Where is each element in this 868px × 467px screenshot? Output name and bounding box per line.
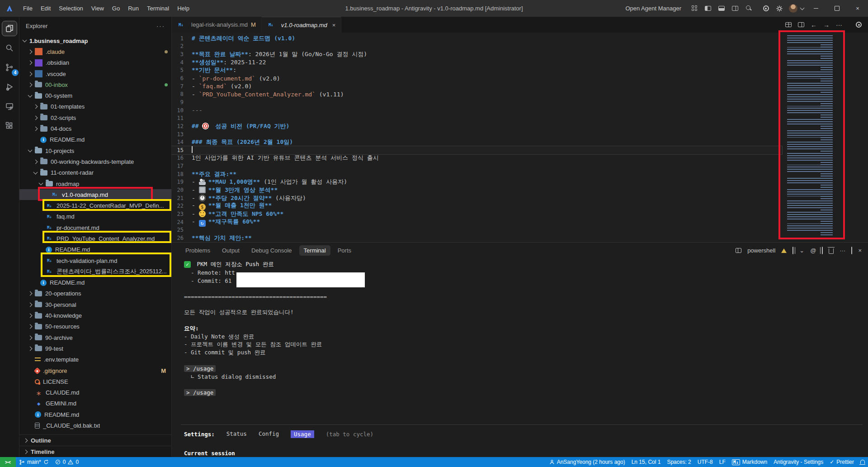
tree-item-50-resources[interactable]: 50-resources <box>19 321 171 332</box>
at-icon[interactable]: @ <box>810 247 816 254</box>
remote-explorer-icon[interactable] <box>2 99 17 114</box>
terminal-columns-icon[interactable] <box>822 247 823 254</box>
git-blame-author[interactable]: AnSangYeong (2 hours ago) <box>546 457 628 467</box>
panel-more-actions-icon[interactable]: ··· <box>840 247 845 254</box>
agent-grid-icon[interactable] <box>688 3 701 14</box>
editor-line-20[interactable]: 20- **월 3만개 영상 분석** <box>172 186 782 194</box>
toggle-primary-sidebar-icon[interactable] <box>701 3 715 14</box>
editor-line-17[interactable]: 17 <box>172 162 782 170</box>
tab-close-icon[interactable]: × <box>332 22 336 29</box>
editor-line-8[interactable]: 8- `PRD_YouTube_Content_Analyzer.md` (v1… <box>172 90 782 98</box>
menu-go[interactable]: Go <box>108 3 124 14</box>
panel-tab-problems[interactable]: Problems <box>181 245 215 256</box>
editor-line-4[interactable]: 4**생성일**: 2025-11-22 <box>172 58 782 67</box>
editor-tab-legal-risk-analysis-md[interactable]: M↓legal-risk-analysis.mdM <box>172 17 262 33</box>
editor-line-15[interactable]: 15 <box>172 146 782 154</box>
editor-line-16[interactable]: 161인 사업가를 위한 AI 기반 유튜브 콘텐츠 분석 서비스 정식 출시 <box>172 154 782 162</box>
close-panel-icon[interactable]: × <box>858 247 862 254</box>
tree-item-readme-md[interactable]: iREADME.md <box>19 277 171 288</box>
editor-line-1[interactable]: 1# 콘텐츠레이더 역순 로드맵 (v1.0) <box>172 34 782 43</box>
search-sidebar-icon[interactable] <box>2 40 17 56</box>
editor-line-5[interactable]: 5**기반 문서**: <box>172 67 782 75</box>
tree-item-30-personal[interactable]: 30-personal <box>19 299 171 310</box>
split-editor-icon[interactable] <box>798 22 804 27</box>
editor-line-24[interactable]: 24- ↻**재구독률 60%** <box>172 218 782 226</box>
editor-line-12[interactable]: 12## 성공 비전 (PR/FAQ 기반) <box>172 122 782 130</box>
editor[interactable]: 1# 콘텐츠레이더 역순 로드맵 (v1.0)23**목표 완료 날짜**: 2… <box>172 33 868 242</box>
editor-line-18[interactable]: 18**주요 결과:** <box>172 170 782 178</box>
explorer-more-actions-icon[interactable]: ··· <box>156 23 165 29</box>
tree-item-콘텐츠레이다-법률리스크조사-2025112[interactable]: M↓콘텐츠레이다_법률리스크조사_2025112... <box>19 266 171 277</box>
toggle-secondary-sidebar-icon[interactable] <box>728 3 742 14</box>
editor-tab-v1-0-roadmap-md[interactable]: M↓v1.0-roadmap.md× <box>262 17 341 33</box>
extensions-icon[interactable] <box>2 118 17 133</box>
tree-item-license[interactable]: LICENSE <box>19 376 171 387</box>
run-debug-icon[interactable] <box>2 79 17 95</box>
gear-icon[interactable] <box>773 3 786 14</box>
cursor-position[interactable]: Ln 15, Col 1 <box>628 457 664 467</box>
editor-line-21[interactable]: 21- **주당 20시간 절약** (사용자당) <box>172 194 782 202</box>
open-agent-manager-button[interactable]: Open Agent Manager <box>625 5 681 12</box>
tree-item-2025-11-22-contentradar-mvp-defin[interactable]: M↓2025-11-22_ContentRadar_MVP_Defin... <box>19 200 171 211</box>
open-changes-icon[interactable] <box>785 22 792 27</box>
remote-indicator[interactable]: >< <box>0 457 16 467</box>
problems-item[interactable]: 0 0 <box>52 457 82 467</box>
tree-item-readme-md[interactable]: iREADME.md <box>19 244 171 255</box>
panel-tab-terminal[interactable]: Terminal <box>299 245 330 256</box>
tree-item-prd-youtube-content-analyzer-md[interactable]: M↓PRD_YouTube_Content_Analyzer.md <box>19 233 171 244</box>
menu-run[interactable]: Run <box>124 3 143 14</box>
tree-item-40-knowledge[interactable]: 40-knowledge <box>19 310 171 321</box>
editor-line-3[interactable]: 3**목표 완료 날짜**: 2026년 1월 말 (Go/No-Go 결정 시… <box>172 50 782 58</box>
panel-tab-ports[interactable]: Ports <box>333 245 356 256</box>
browser-icon[interactable] <box>759 3 773 14</box>
tree-item-env-template[interactable]: .env.template <box>19 354 171 365</box>
tree-item-02-scripts[interactable]: 02-scripts <box>19 112 171 123</box>
tree-item-tech-validation-plan-md[interactable]: M↓tech-validation-plan.md <box>19 255 171 266</box>
tree-item-gitignore[interactable]: .gitignoreM <box>19 365 171 376</box>
kill-terminal-icon[interactable] <box>829 248 834 254</box>
tree-item-00-inbox[interactable]: 00-inbox <box>19 79 171 90</box>
tree-item-obsidian[interactable]: .obsidian <box>19 57 171 68</box>
window-restore-button[interactable] <box>826 0 847 17</box>
menu-file[interactable]: File <box>19 3 37 14</box>
search-icon[interactable] <box>742 3 755 14</box>
tree-item-1-business-roadmap[interactable]: 1.business_roadmap <box>19 35 171 46</box>
tree-item-claude-md[interactable]: *CLAUDE.md <box>19 387 171 398</box>
editor-line-25[interactable]: 25 <box>172 226 782 234</box>
split-terminal-icon[interactable] <box>793 247 793 254</box>
tree-item-faq-md[interactable]: M↓faq.md <box>19 211 171 222</box>
toggle-panel-icon[interactable] <box>715 3 728 14</box>
account-chevron-icon[interactable] <box>800 5 805 10</box>
tree-item-vscode[interactable]: .vscode <box>19 68 171 79</box>
panel-tab-debug-console[interactable]: Debug Console <box>247 245 297 256</box>
editor-line-11[interactable]: 11 <box>172 114 782 122</box>
tree-item-10-projects[interactable]: 10-projects <box>19 145 171 156</box>
menu-selection[interactable]: Selection <box>55 3 87 14</box>
outline-section[interactable]: Outline <box>19 434 171 446</box>
language-mode[interactable]: M↓ Markdown <box>729 457 770 467</box>
tree-item-pr-document-md[interactable]: M↓pr-document.md <box>19 222 171 233</box>
go-back-icon[interactable]: ← <box>811 21 817 29</box>
editor-line-6[interactable]: 6- `pr-document.md` (v2.0) <box>172 74 782 82</box>
menu-terminal[interactable]: Terminal <box>143 3 173 14</box>
indentation[interactable]: Spaces: 2 <box>664 457 694 467</box>
menu-edit[interactable]: Edit <box>37 3 55 14</box>
tree-item-claude[interactable]: .claude <box>19 46 171 57</box>
tree-item-roadmap[interactable]: roadmap <box>19 178 171 189</box>
tree-item-04-docs[interactable]: 04-docs <box>19 123 171 134</box>
editor-line-7[interactable]: 7- `faq.md` (v2.0) <box>172 82 782 91</box>
go-forward-icon[interactable]: → <box>823 21 830 29</box>
editor-line-19[interactable]: 19- **MAU 1,000명** (1인 사업가 월 활성 사용자) <box>172 178 782 186</box>
tree-item-90-archive[interactable]: 90-archive <box>19 332 171 343</box>
usage-tab-usage[interactable]: Usage <box>291 430 314 438</box>
editor-line-23[interactable]: 23- **고객 만족도 NPS 60%** <box>172 210 782 218</box>
usage-tab-status[interactable]: Status <box>226 430 247 438</box>
source-control-icon[interactable]: 4 <box>2 60 17 75</box>
antigravity-settings-item[interactable]: Antigravity - Settings <box>770 457 826 467</box>
editor-more-actions-icon[interactable]: ··· <box>836 21 842 29</box>
tree-item-01-templates[interactable]: 01-templates <box>19 101 171 112</box>
editor-line-13[interactable]: 13 <box>172 130 782 138</box>
tree-item-claude-old-bak-txt[interactable]: _CLAUDE_old.bak.txt <box>19 420 171 431</box>
explorer-icon[interactable] <box>2 21 17 36</box>
encoding[interactable]: UTF-8 <box>694 457 716 467</box>
